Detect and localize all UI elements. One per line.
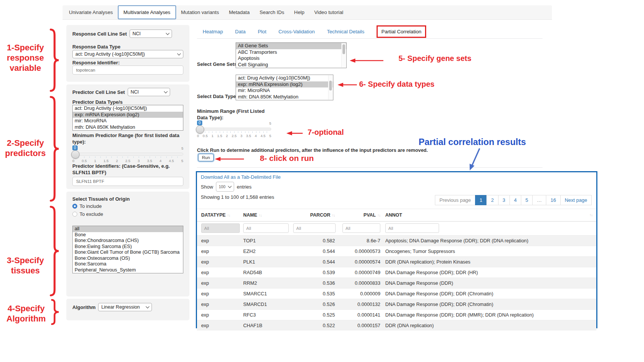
predictor-type-option[interactable]: mir: MicroRNA xyxy=(73,118,183,124)
filter-input-pval[interactable] xyxy=(342,223,380,233)
tissue-option[interactable]: Bone:Ewing Sarcoma (ES) xyxy=(73,244,183,250)
sort-icon[interactable] xyxy=(589,213,592,217)
tick-label: 2 xyxy=(226,134,228,138)
gene-set-option[interactable]: All Gene Sets xyxy=(236,43,346,49)
column-header-name[interactable]: NAME xyxy=(243,212,293,218)
tab[interactable]: Cross-Validation xyxy=(278,29,315,34)
tissue-option[interactable]: Bone:Osteosarcoma (OS) xyxy=(73,256,183,262)
page-button[interactable]: 3 xyxy=(498,195,510,205)
predictor-type-option[interactable]: exp: mRNA Expression (log2) xyxy=(73,112,183,118)
nav-item[interactable]: Video tutorial xyxy=(309,5,348,19)
data-types-label: Select Data Types xyxy=(197,94,239,99)
listbox-scrollbar[interactable] xyxy=(328,75,333,100)
nav-item[interactable]: Metadata xyxy=(224,5,255,19)
predictor-identifiers-input[interactable]: SLFN11 BPTF xyxy=(72,177,183,186)
page-button[interactable]: 5 xyxy=(521,195,533,205)
tissue-origin-label: Select Tissue/s of Origin xyxy=(72,196,130,202)
gene-sets-listbox[interactable]: All Gene SetsABC TransportersApoptosisCe… xyxy=(236,42,347,68)
chevron-down-icon xyxy=(228,184,232,188)
download-link[interactable]: Download All as a Tab-Delimited File xyxy=(201,174,281,180)
predictor-data-types-listbox[interactable]: act: Drug Activity (-log10[IC50M])exp: m… xyxy=(72,105,183,131)
cell-parcor: 0.544 xyxy=(293,259,335,265)
sort-icon[interactable] xyxy=(259,213,262,217)
slider-track[interactable] xyxy=(197,128,271,131)
cell-pval: 8.6e-7 xyxy=(335,238,380,243)
response-identifier-input[interactable]: topotecan xyxy=(72,66,183,75)
algorithm-select[interactable]: Linear Regression xyxy=(98,303,152,311)
tick-label: 3.5 xyxy=(246,134,251,138)
data-types-listbox[interactable]: act: Drug Activity (-log10[IC50M])exp: m… xyxy=(236,75,333,100)
partial-correlation-results-panel: Download All as a Tab-Delimited File Sho… xyxy=(196,171,597,328)
page-button[interactable]: 2 xyxy=(486,195,498,205)
tab[interactable]: Technical Details xyxy=(327,29,364,34)
tissue-option[interactable]: Peripheral_Nervous_System xyxy=(73,267,183,273)
tissue-option[interactable]: all xyxy=(73,226,183,232)
tab[interactable]: Heatmap xyxy=(203,29,223,34)
gene-sets-label: Select Gene Sets xyxy=(197,61,237,67)
nav-item[interactable]: Mutation variants xyxy=(176,5,224,19)
page-button[interactable]: 1 xyxy=(475,195,487,205)
slider-max-label: 5 xyxy=(269,121,271,125)
nav-item[interactable]: Help xyxy=(289,5,309,19)
response-cell-line-select[interactable]: NCI xyxy=(130,30,172,38)
data-type-option[interactable]: mir: MicroRNA xyxy=(236,87,333,94)
sort-icon[interactable] xyxy=(227,213,230,217)
listbox-scrollbar[interactable] xyxy=(341,43,346,67)
gene-set-option[interactable]: ABC Transporters xyxy=(236,49,346,56)
tick-label: 4 xyxy=(255,134,257,138)
page-button[interactable]: 4 xyxy=(510,195,521,205)
page-button[interactable]: Next page xyxy=(560,195,592,205)
page-button[interactable]: … xyxy=(532,195,546,205)
table-row: exp CHAF1B 0.522 0.0000157 DDR (DNA repl… xyxy=(197,320,596,331)
nav-item[interactable]: Search IDs xyxy=(255,5,289,19)
tissue-option[interactable]: Bone xyxy=(73,232,183,238)
data-type-option[interactable]: mth: DNA 850K Methylation xyxy=(236,94,333,100)
cell-parcor: 0.535 xyxy=(293,291,335,296)
predictor-cell-line-select[interactable]: NCI xyxy=(128,88,170,96)
min-predictor-range-label: Minimum Predictor Range (for first liste… xyxy=(72,132,184,145)
filter-input-annot[interactable] xyxy=(385,223,439,233)
tissue-listbox[interactable]: allBoneBone:Chondrosarcoma (CHS)Bone:Ewi… xyxy=(72,226,183,273)
nav-item[interactable]: Multivariate Analyses xyxy=(118,5,176,19)
tissue-option[interactable]: Bone:Sarcoma xyxy=(73,261,183,267)
slider-grid-ticks xyxy=(198,131,270,133)
column-header-pval[interactable]: PVAL xyxy=(335,212,380,218)
data-type-option[interactable]: act: Drug Activity (-log10[IC50M]) xyxy=(236,75,333,81)
cell-pval: 0.0000132 xyxy=(335,301,380,307)
column-header-annot[interactable]: ANNOT xyxy=(380,212,596,218)
slider-handle[interactable] xyxy=(196,125,204,134)
nav-item[interactable]: Univariate Analyses xyxy=(64,5,118,19)
predictor-type-option[interactable]: mth: DNA 850K Methylation xyxy=(73,124,183,131)
section-divider xyxy=(197,167,542,168)
column-header-parcor[interactable]: PARCOR xyxy=(293,212,335,218)
tissue-option[interactable]: Bone:Chondrosarcoma (CHS) xyxy=(73,238,183,244)
column-header-datatype[interactable]: DATATYPE xyxy=(197,212,243,218)
radio-exclude[interactable] xyxy=(72,212,77,217)
sort-icon[interactable] xyxy=(332,213,335,217)
sort-icon[interactable] xyxy=(377,213,380,217)
slider-handle[interactable] xyxy=(71,150,80,159)
radio-include[interactable] xyxy=(72,204,77,209)
gene-set-option[interactable]: Cell Signaling xyxy=(236,62,346,68)
table-row: exp SMARCC1 0.535 0.000009 DNA Damage Re… xyxy=(197,288,596,299)
filter-input-name[interactable] xyxy=(243,223,289,233)
data-type-option[interactable]: exp: mRNA Expression (log2) xyxy=(236,81,333,88)
page-button[interactable]: Previous page xyxy=(435,195,475,205)
chevron-down-icon xyxy=(177,52,181,56)
page-size-select[interactable]: 100 xyxy=(216,182,234,192)
run-button[interactable]: Run xyxy=(198,154,214,161)
annotation-step7: 7-optional xyxy=(308,128,344,137)
tab[interactable]: Plot xyxy=(258,29,266,34)
tissue-option[interactable]: Bone:Giant Cell Tumor of Bone (GCTB) Sar… xyxy=(73,250,183,256)
filter-input-datatype[interactable] xyxy=(201,223,240,233)
tab[interactable]: Data xyxy=(235,29,246,34)
gene-set-option[interactable]: Apoptosis xyxy=(236,55,346,62)
tab[interactable]: Partial Correlation xyxy=(377,25,427,38)
cell-name: EZH2 xyxy=(243,248,293,254)
predictor-type-option[interactable]: act: Drug Activity (-log10[IC50M]) xyxy=(73,105,183,112)
slider-track[interactable] xyxy=(72,153,183,156)
tick-label: 0.5 xyxy=(203,134,208,138)
filter-input-parcor[interactable] xyxy=(293,223,336,233)
page-button[interactable]: 16 xyxy=(546,195,560,205)
response-data-type-select[interactable]: act: Drug Activity (-log10[IC50M]) xyxy=(72,50,183,58)
